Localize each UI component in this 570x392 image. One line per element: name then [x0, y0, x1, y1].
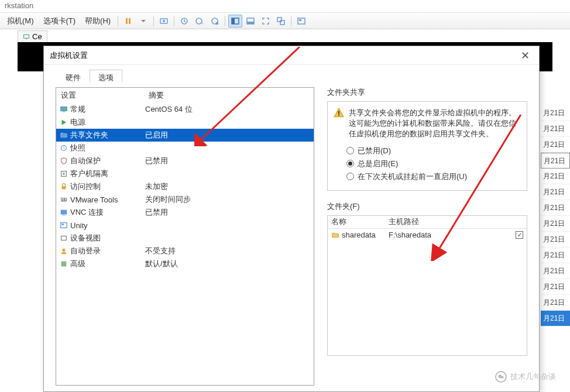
row-summary: 未加密 — [145, 181, 168, 192]
menu-vm[interactable]: 拟机(M) — [2, 13, 39, 29]
dropdown-icon[interactable] — [136, 15, 150, 27]
vm-settings-dialog: 虚拟机设置 ✕ 硬件 选项 设置 摘要 常规 CentOS 64 位 电源 — [43, 46, 540, 392]
radio-label: 在下次关机或挂起前一直启用(U) — [358, 171, 467, 182]
app-title: rkstation — [5, 1, 33, 10]
row-advanced[interactable]: 高级 默认/默认 — [56, 257, 314, 270]
date-row: 月21日 — [541, 153, 570, 169]
radio-icon — [346, 147, 354, 154]
watermark-text: 技术几句杂谈 — [510, 372, 556, 382]
date-row: 月21日 — [541, 169, 570, 184]
svg-rect-23 — [62, 186, 66, 189]
fullscreen-icon[interactable] — [259, 15, 273, 27]
snapshot-icon[interactable] — [157, 15, 171, 27]
folder-enabled-checkbox[interactable]: ✓ — [516, 231, 523, 239]
date-row: 月21日 — [541, 121, 570, 137]
clock-play-icon[interactable] — [193, 15, 207, 27]
row-label: 电源 — [69, 117, 145, 128]
clock-manage-icon[interactable] — [208, 15, 222, 27]
hdr-setting: 设置 — [61, 90, 149, 101]
row-auto-protect[interactable]: 自动保护 已禁用 — [56, 154, 314, 167]
play-icon — [59, 118, 69, 126]
row-auto-login[interactable]: 自动登录 不受支持 — [56, 245, 314, 257]
row-label: 快照 — [69, 143, 145, 153]
date-panel: 月21日 月21日 月21日 月21日 月21日 月21日 月21日 月21日 … — [541, 105, 570, 326]
dialog-tabs: 硬件 选项 — [44, 65, 539, 82]
folders-header: 名称 主机路径 — [328, 216, 527, 229]
folder-name: sharedata — [341, 231, 389, 239]
radio-label: 总是启用(E) — [358, 159, 398, 169]
share-group: 共享文件夹会将您的文件显示给虚拟机中的程序。这可能为您的计算机和数据带来风险。请… — [327, 101, 527, 191]
radio-always[interactable]: 总是启用(E) — [346, 159, 521, 169]
folder-row[interactable]: sharedata F:\sharedata ✓ — [328, 229, 527, 242]
row-summary: 默认/默认 — [145, 259, 178, 269]
tools-icon: vm — [59, 195, 69, 204]
tab-label: Ce — [32, 32, 42, 41]
row-label: 设备视图 — [69, 233, 145, 243]
row-label: 常规 — [69, 104, 145, 115]
svg-rect-19 — [63, 112, 65, 112]
row-vmware-tools[interactable]: vm VMware Tools 关闭时间同步 — [56, 193, 314, 206]
row-guest-isolation[interactable]: 客户机隔离 — [56, 167, 314, 180]
radio-icon — [346, 160, 354, 167]
warning-text: 共享文件夹会将您的文件显示给虚拟机中的程序。这可能为您的计算机和数据带来风险。请… — [349, 108, 521, 140]
view-full-icon[interactable] — [243, 15, 257, 27]
tab-strip: Ce — [0, 29, 570, 42]
row-label: Unity — [69, 221, 145, 230]
row-summary: 不受支持 — [145, 246, 176, 256]
row-label: 自动登录 — [69, 246, 145, 256]
svg-rect-17 — [26, 39, 28, 39]
svg-text:vm: vm — [60, 195, 68, 202]
radio-disabled[interactable]: 已禁用(D) — [346, 146, 521, 156]
wechat-icon — [495, 371, 507, 383]
row-snapshot[interactable]: 快照 — [56, 142, 314, 154]
tab-options[interactable]: 选项 — [90, 70, 122, 82]
row-unity[interactable]: Unity — [56, 219, 314, 232]
separator — [291, 16, 291, 26]
date-row: 月21日 — [541, 295, 570, 311]
svg-rect-33 — [338, 111, 339, 115]
svg-rect-0 — [126, 18, 128, 24]
view-split-icon[interactable] — [228, 15, 242, 27]
radio-until[interactable]: 在下次关机或挂起前一直启用(U) — [346, 171, 521, 182]
separator — [174, 16, 174, 26]
folders-list: 名称 主机路径 sharedata F:\sharedata ✓ — [327, 215, 527, 356]
menu-help[interactable]: 帮助(H) — [80, 13, 115, 29]
row-label: 共享文件夹 — [69, 130, 145, 140]
svg-point-22 — [63, 173, 65, 175]
row-power[interactable]: 电源 — [56, 116, 314, 129]
vm-tab[interactable]: Ce — [18, 30, 47, 42]
row-shared-folders[interactable]: 共享文件夹 已启用 — [56, 129, 314, 142]
row-access-control[interactable]: 访问控制 未加密 — [56, 180, 314, 193]
menu-tabs[interactable]: 选项卡(T) — [39, 13, 81, 29]
row-vnc[interactable]: VNC 连接 已禁用 — [56, 206, 314, 219]
hdr-name: 名称 — [331, 216, 389, 227]
tab-hardware[interactable]: 硬件 — [57, 70, 90, 82]
date-row-active[interactable]: 月21日 — [541, 311, 570, 326]
user-icon — [59, 247, 69, 255]
library-icon[interactable] — [294, 15, 308, 27]
folders-group-label: 文件夹(F) — [327, 201, 527, 212]
separator — [225, 16, 225, 26]
menu-bar: 拟机(M) 选项卡(T) 帮助(H) — [0, 13, 570, 29]
folder-path: F:\sharedata — [389, 231, 516, 239]
warning-icon — [334, 108, 344, 118]
unity-icon[interactable] — [274, 15, 288, 27]
row-label: VMware Tools — [69, 195, 145, 204]
svg-rect-11 — [247, 22, 254, 24]
svg-rect-30 — [61, 236, 67, 240]
unity-icon — [59, 221, 69, 229]
row-device-view[interactable]: 设备视图 — [56, 232, 314, 245]
pause-icon[interactable] — [121, 15, 135, 27]
svg-rect-26 — [61, 210, 67, 215]
clock-icon[interactable] — [177, 15, 191, 27]
date-row: 月21日 — [541, 105, 570, 121]
hdr-host: 主机路径 — [389, 216, 513, 227]
date-row: 月21日 — [541, 247, 570, 263]
svg-rect-27 — [62, 215, 65, 215]
row-label: 高级 — [69, 259, 145, 269]
svg-rect-15 — [299, 19, 301, 21]
row-general[interactable]: 常规 CentOS 64 位 — [56, 103, 314, 116]
close-icon[interactable]: ✕ — [517, 49, 533, 62]
svg-rect-34 — [338, 115, 339, 116]
date-row: 月21日 — [541, 216, 570, 232]
